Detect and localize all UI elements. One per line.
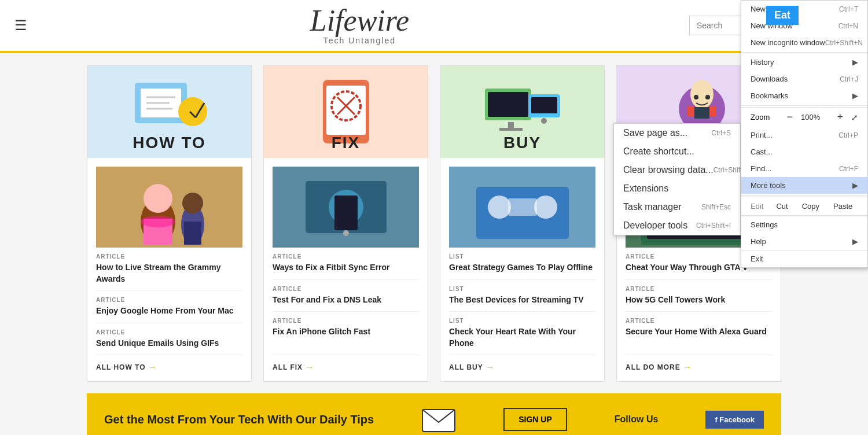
zoom-fullscreen-button[interactable]: ⤢ xyxy=(851,113,858,122)
all-link-do[interactable]: ALL DO MORE→ xyxy=(626,355,772,373)
svg-point-41 xyxy=(694,95,698,99)
chrome-menu-item[interactable]: Print...Ctrl+P xyxy=(741,127,867,143)
submenu-item[interactable]: Create shortcut... xyxy=(614,142,740,161)
submenu-item[interactable]: Save page as...Ctrl+S xyxy=(614,124,740,142)
site-logo: Lifewire xyxy=(30,6,689,36)
card-hero-label-buy: BUY xyxy=(503,134,541,152)
article-block[interactable]: ARTICLESecure Your Home With Alexa Guard xyxy=(626,311,772,338)
card-hero-label-howto: HOW TO xyxy=(133,134,206,152)
article-block[interactable]: LISTThe Best Devices for Streaming TV xyxy=(449,279,595,306)
article-image xyxy=(96,167,242,248)
chrome-menu-item[interactable]: History▶ xyxy=(741,54,867,71)
article-type: LIST xyxy=(449,318,595,324)
follow-us-label: Follow Us xyxy=(615,414,659,425)
more-tools-submenu: Save page as...Ctrl+SCreate shortcut...C… xyxy=(613,123,741,235)
site-tagline: Tech Untangled xyxy=(30,36,689,45)
article-block[interactable]: ARTICLETest For and Fix a DNS Leak xyxy=(273,279,419,306)
facebook-button[interactable]: f Facebook xyxy=(705,411,764,429)
submenu-item[interactable]: Developer toolsCtrl+Shift+I xyxy=(614,216,740,235)
svg-rect-27 xyxy=(488,92,528,117)
article-type: ARTICLE xyxy=(96,253,242,260)
chrome-menu-item[interactable]: New tabCtrl+T xyxy=(741,1,867,17)
article-type: ARTICLE xyxy=(273,286,419,292)
article-title[interactable]: Great Strategy Games To Play Offline xyxy=(449,262,595,274)
article-title[interactable]: Secure Your Home With Alexa Guard xyxy=(626,326,772,338)
svg-rect-43 xyxy=(687,106,694,116)
chrome-menu-item[interactable]: Exit xyxy=(741,250,867,267)
article-block[interactable]: LISTGreat Strategy Games To Play Offline xyxy=(449,167,595,274)
article-type: ARTICLE xyxy=(626,318,772,324)
article-type: ARTICLE xyxy=(273,253,419,260)
footer-banner: Get the Most From Your Tech With Our Dai… xyxy=(87,393,781,435)
article-title[interactable]: The Best Devices for Streaming TV xyxy=(449,294,595,306)
svg-point-14 xyxy=(182,193,203,213)
article-title[interactable]: How to Live Stream the Grammy Awards xyxy=(96,262,242,285)
article-type: LIST xyxy=(449,253,595,260)
card-buy: BUYLISTGreat Strategy Games To Play Offl… xyxy=(440,65,605,382)
article-image xyxy=(273,167,419,248)
svg-point-42 xyxy=(705,95,710,99)
card-body-fix: ARTICLEWays to Fix a Fitbit Sync ErrorAR… xyxy=(264,158,428,381)
article-block[interactable]: LISTCheck Your Heart Rate With Your Phon… xyxy=(449,311,595,349)
article-block[interactable]: ARTICLESend Unique Emails Using GIFs xyxy=(96,323,242,349)
hamburger-button[interactable]: ☰ xyxy=(12,14,30,36)
article-block[interactable]: ARTICLEHow 5G Cell Towers Work xyxy=(626,279,772,306)
chrome-menu-item[interactable]: Find...Ctrl+F xyxy=(741,160,867,177)
svg-rect-29 xyxy=(499,128,523,131)
article-title[interactable]: Fix An iPhone Glitch Fast xyxy=(273,326,419,338)
chrome-menu-item[interactable]: New incognito windowCtrl+Shift+N xyxy=(741,34,867,51)
cut-button[interactable]: Cut xyxy=(770,200,793,213)
article-block[interactable]: ARTICLEEnjoy Google Home From Your Mac xyxy=(96,290,242,317)
article-title[interactable]: Enjoy Google Home From Your Mac xyxy=(96,305,242,317)
card-body-buy: LISTGreat Strategy Games To Play Offline… xyxy=(440,158,604,381)
chrome-menu-item[interactable]: Bookmarks▶ xyxy=(741,87,867,104)
zoom-value: 100% xyxy=(801,113,829,121)
article-title[interactable]: How 5G Cell Towers Work xyxy=(626,294,772,306)
zoom-in-button[interactable]: + xyxy=(833,110,847,124)
card-hero-howto: HOW TO xyxy=(87,65,251,158)
zoom-row: Zoom − 100% + ⤢ xyxy=(741,107,867,127)
zoom-out-button[interactable]: − xyxy=(783,110,796,124)
article-title[interactable]: Ways to Fix a Fitbit Sync Error xyxy=(273,262,419,274)
submenu-item[interactable]: Clear browsing data...Ctrl+Shift+Del xyxy=(614,161,740,179)
card-fix: FIXARTICLEWays to Fix a Fitbit Sync Erro… xyxy=(263,65,428,382)
footer-banner-text: Get the Most From Your Tech With Our Dai… xyxy=(104,413,374,426)
article-block[interactable]: ARTICLEWays to Fix a Fitbit Sync Error xyxy=(273,167,419,274)
chrome-menu-item[interactable]: New windowCtrl+N xyxy=(741,17,867,34)
chrome-menu-item[interactable]: Settings xyxy=(741,216,867,233)
article-title[interactable]: Test For and Fix a DNS Leak xyxy=(273,294,419,306)
svg-point-25 xyxy=(343,230,349,236)
article-type: ARTICLE xyxy=(626,286,772,292)
all-link-howto[interactable]: ALL HOW TO→ xyxy=(96,355,242,373)
main-content: HOW TOARTICLEHow to Live Stream the Gram… xyxy=(0,53,868,435)
chrome-menu-item[interactable]: More tools▶ xyxy=(741,177,867,194)
card-hero-fix: FIX xyxy=(264,65,428,158)
chrome-menu-item[interactable]: Help▶ xyxy=(741,233,867,250)
article-title[interactable]: Check Your Heart Rate With Your Phone xyxy=(449,326,595,349)
article-block[interactable]: ARTICLEHow to Live Stream the Grammy Awa… xyxy=(96,167,242,285)
article-title[interactable]: Send Unique Emails Using GIFs xyxy=(96,338,242,349)
all-link-fix[interactable]: ALL FIX→ xyxy=(273,355,419,373)
card-hero-buy: BUY xyxy=(440,65,604,158)
paste-button[interactable]: Paste xyxy=(827,200,858,213)
sign-up-button[interactable]: SIGN UP xyxy=(503,408,567,431)
header: ☰ Lifewire Tech Untangled GO Co xyxy=(0,0,868,53)
chrome-menu-item[interactable]: Cast... xyxy=(741,143,867,160)
submenu-item[interactable]: Extensions xyxy=(614,179,740,198)
svg-point-10 xyxy=(144,184,172,213)
chrome-menu: New tabCtrl+TNew windowCtrl+NNew incogni… xyxy=(741,0,868,268)
all-link-buy[interactable]: ALL BUY→ xyxy=(449,355,595,373)
svg-rect-15 xyxy=(184,222,201,245)
article-type: ARTICLE xyxy=(273,318,419,324)
copy-button[interactable]: Copy xyxy=(796,200,825,213)
logo-area: Lifewire Tech Untangled xyxy=(30,6,689,45)
submenu-item[interactable]: Task managerShift+Esc xyxy=(614,198,740,216)
article-type: LIST xyxy=(449,286,595,292)
chrome-menu-item[interactable]: DownloadsCtrl+J xyxy=(741,71,867,87)
svg-rect-37 xyxy=(508,198,537,216)
svg-rect-17 xyxy=(326,86,366,135)
email-icon xyxy=(421,405,456,434)
svg-rect-24 xyxy=(334,196,358,230)
svg-rect-40 xyxy=(694,107,709,119)
article-block[interactable]: ARTICLEFix An iPhone Glitch Fast xyxy=(273,311,419,338)
